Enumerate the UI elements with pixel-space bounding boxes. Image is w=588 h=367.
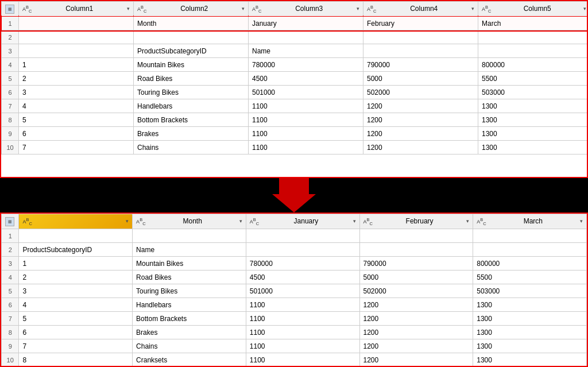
col3-type-icon: ABC	[252, 5, 261, 14]
data-cell: 1200	[363, 99, 478, 113]
bottom-col3-header[interactable]: ABC January ▾	[246, 214, 359, 229]
bcol2-dropdown[interactable]: ▾	[239, 218, 242, 224]
bcol3-dropdown[interactable]: ▾	[353, 218, 356, 224]
bottom-header-row: ▦ ABC ▾ ABC Month ▾	[2, 214, 587, 229]
data-cell	[359, 229, 473, 243]
top-col3-header[interactable]: ABC Column3 ▾	[249, 2, 363, 17]
data-cell: 502000	[363, 86, 478, 99]
data-cell: Brakes	[133, 326, 246, 339]
row-number: 6	[2, 86, 19, 99]
data-cell: ProductSubcategoryID	[134, 44, 249, 58]
table-row: 96Brakes110012001300	[2, 127, 589, 141]
data-cell: 7	[19, 141, 134, 154]
bottom-col1-header[interactable]: ABC ▾	[19, 214, 133, 229]
data-cell: 1	[19, 257, 133, 271]
bcol1-dropdown[interactable]: ▾	[126, 218, 129, 224]
bottom-corner-cell: ▦	[2, 214, 19, 229]
data-cell: 501000	[246, 284, 359, 298]
bottom-table: ▦ ABC ▾ ABC Month ▾	[1, 214, 587, 367]
data-cell	[133, 229, 246, 243]
data-cell	[246, 243, 359, 257]
table-icon: ▦	[5, 5, 14, 14]
data-cell: 6	[19, 127, 134, 141]
top-col5-header[interactable]: ABC Column5 ▾	[478, 2, 589, 17]
data-cell: 780000	[249, 58, 363, 72]
data-cell: 3	[19, 86, 134, 99]
data-cell	[249, 30, 363, 44]
row-number: 8	[2, 326, 19, 339]
data-cell: 1100	[246, 298, 359, 312]
data-cell: Handlebars	[134, 99, 249, 113]
col4-dropdown[interactable]: ▾	[471, 6, 474, 11]
bcol3-type-icon: ABC	[250, 217, 259, 226]
row-number: 4	[2, 271, 19, 284]
data-cell: 6	[19, 326, 133, 339]
col5-dropdown[interactable]: ▾	[583, 6, 586, 11]
bcol5-dropdown[interactable]: ▾	[580, 218, 583, 224]
bottom-col4-header[interactable]: ABC February ▾	[359, 214, 473, 229]
data-cell: 8	[19, 353, 133, 367]
data-cell: Cranksets	[133, 353, 246, 367]
col1-dropdown[interactable]: ▾	[127, 6, 130, 11]
table-row: 53Touring Bikes501000502000503000	[2, 284, 587, 298]
top-corner-cell: ▦	[2, 2, 19, 17]
row-number: 10	[2, 353, 19, 367]
top-col2-header[interactable]: ABC Column2 ▾	[134, 2, 249, 17]
data-cell: 1200	[359, 298, 473, 312]
col2-dropdown[interactable]: ▾	[242, 6, 245, 11]
data-cell: Road Bikes	[134, 72, 249, 86]
data-cell	[19, 17, 134, 30]
data-cell: 1100	[249, 113, 363, 127]
data-cell	[478, 30, 589, 44]
table-row: 75Bottom Brackets110012001300	[2, 312, 587, 326]
row-number: 4	[2, 58, 19, 72]
row-number: 9	[2, 127, 19, 141]
data-cell: 4	[19, 298, 133, 312]
data-cell	[473, 243, 587, 257]
table-row: 107Chains110012001300	[2, 141, 589, 154]
data-cell: Chains	[134, 141, 249, 154]
data-cell: 1300	[473, 298, 587, 312]
top-table-body: 1MonthJanuaryFebruaryMarch23ProductSubca…	[2, 17, 589, 154]
data-cell: 4500	[246, 271, 359, 284]
bcol1-type-icon: ABC	[22, 217, 32, 226]
data-cell: March	[478, 17, 589, 30]
data-cell	[19, 44, 134, 58]
data-cell: 3	[19, 284, 133, 298]
bottom-col2-header[interactable]: ABC Month ▾	[133, 214, 246, 229]
data-cell: 1100	[246, 326, 359, 339]
bottom-col5-header[interactable]: ABC March ▾	[473, 214, 587, 229]
table-row: 63Touring Bikes501000502000503000	[2, 86, 589, 99]
data-cell: Name	[249, 44, 363, 58]
data-cell	[363, 44, 478, 58]
col3-dropdown[interactable]: ▾	[357, 6, 359, 11]
bcol4-dropdown[interactable]: ▾	[466, 218, 469, 224]
data-cell: 1300	[473, 339, 587, 353]
top-col1-header[interactable]: ABC Column1 ▾	[19, 2, 134, 17]
data-cell: 1100	[246, 353, 359, 367]
data-cell	[478, 44, 589, 58]
data-cell: 1300	[473, 312, 587, 326]
data-cell: 5500	[473, 271, 587, 284]
data-cell: 1300	[473, 326, 587, 339]
data-cell: 1100	[249, 127, 363, 141]
top-col4-header[interactable]: ABC Column4 ▾	[363, 2, 478, 17]
data-cell	[19, 30, 134, 44]
row-number: 5	[2, 72, 19, 86]
col5-type-icon: ABC	[482, 5, 491, 14]
bcol5-type-icon: ABC	[477, 217, 486, 226]
table-row: 85Bottom Brackets110012001300	[2, 113, 589, 127]
data-cell: 790000	[363, 58, 478, 72]
data-cell: 501000	[249, 86, 363, 99]
data-cell: 502000	[359, 284, 473, 298]
data-cell: 1300	[478, 99, 589, 113]
row-number: 8	[2, 113, 19, 127]
top-header-row: ▦ ABC Column1 ▾ ABC Column2 ▾	[2, 2, 589, 17]
data-cell: 1300	[478, 141, 589, 154]
data-cell: Brakes	[134, 127, 249, 141]
data-cell: 503000	[478, 86, 589, 99]
row-number: 7	[2, 312, 19, 326]
data-cell: 1200	[363, 127, 478, 141]
row-number: 10	[2, 141, 19, 154]
data-cell: 503000	[473, 284, 587, 298]
